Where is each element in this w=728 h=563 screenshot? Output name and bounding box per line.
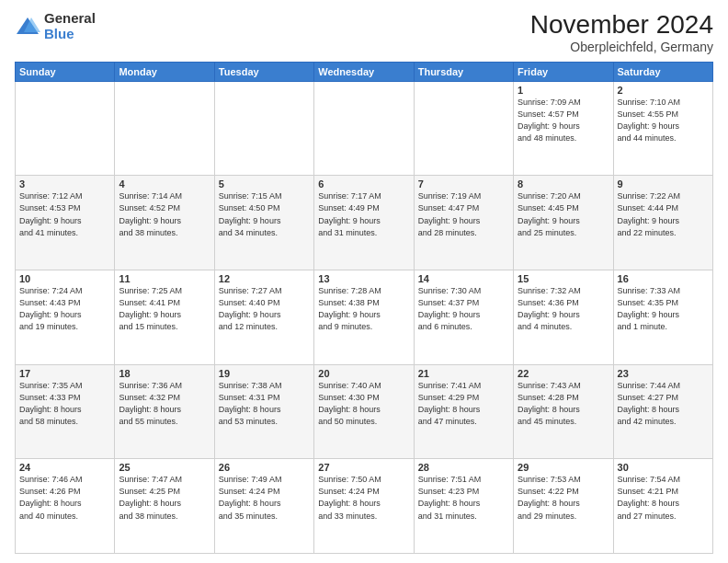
calendar-cell-w0d4	[414, 81, 513, 176]
day-number: 21	[418, 368, 509, 379]
calendar-cell-w2d6: 16Sunrise: 7:33 AM Sunset: 4:35 PM Dayli…	[613, 270, 712, 365]
day-info: Sunrise: 7:30 AM Sunset: 4:37 PM Dayligh…	[418, 285, 509, 333]
day-number: 25	[119, 462, 210, 473]
calendar-cell-w0d5: 1Sunrise: 7:09 AM Sunset: 4:57 PM Daylig…	[514, 81, 613, 176]
calendar-week-row-0: 1Sunrise: 7:09 AM Sunset: 4:57 PM Daylig…	[16, 81, 713, 176]
day-info: Sunrise: 7:22 AM Sunset: 4:44 PM Dayligh…	[618, 190, 709, 238]
calendar-cell-w4d3: 27Sunrise: 7:50 AM Sunset: 4:24 PM Dayli…	[314, 459, 414, 554]
calendar-cell-w0d6: 2Sunrise: 7:10 AM Sunset: 4:55 PM Daylig…	[613, 81, 712, 176]
day-number: 19	[219, 368, 310, 379]
calendar-cell-w4d5: 29Sunrise: 7:53 AM Sunset: 4:22 PM Dayli…	[514, 459, 613, 554]
calendar-cell-w2d2: 12Sunrise: 7:27 AM Sunset: 4:40 PM Dayli…	[214, 270, 313, 365]
day-info: Sunrise: 7:47 AM Sunset: 4:25 PM Dayligh…	[119, 474, 210, 522]
logo-general: General	[44, 11, 96, 27]
day-info: Sunrise: 7:53 AM Sunset: 4:22 PM Dayligh…	[518, 474, 609, 522]
calendar-cell-w3d3: 20Sunrise: 7:40 AM Sunset: 4:30 PM Dayli…	[314, 364, 414, 459]
day-number: 5	[219, 178, 310, 190]
calendar-week-row-3: 17Sunrise: 7:35 AM Sunset: 4:33 PM Dayli…	[16, 364, 713, 459]
day-info: Sunrise: 7:28 AM Sunset: 4:38 PM Dayligh…	[318, 285, 409, 333]
day-number: 17	[19, 368, 110, 379]
logo: General Blue	[15, 11, 96, 41]
day-number: 13	[318, 273, 409, 284]
calendar-week-row-4: 24Sunrise: 7:46 AM Sunset: 4:26 PM Dayli…	[16, 459, 713, 554]
day-number: 23	[618, 368, 709, 379]
calendar-cell-w4d1: 25Sunrise: 7:47 AM Sunset: 4:25 PM Dayli…	[115, 459, 214, 554]
col-friday: Friday	[514, 62, 613, 81]
day-info: Sunrise: 7:15 AM Sunset: 4:50 PM Dayligh…	[219, 190, 310, 238]
day-number: 20	[318, 368, 409, 379]
day-number: 12	[219, 273, 310, 284]
day-number: 26	[219, 462, 310, 473]
day-info: Sunrise: 7:25 AM Sunset: 4:41 PM Dayligh…	[119, 285, 210, 333]
day-number: 3	[19, 178, 110, 190]
day-number: 27	[318, 462, 409, 473]
day-info: Sunrise: 7:50 AM Sunset: 4:24 PM Dayligh…	[318, 474, 409, 522]
day-number: 29	[518, 462, 609, 473]
day-info: Sunrise: 7:51 AM Sunset: 4:23 PM Dayligh…	[418, 474, 509, 522]
calendar-cell-w2d1: 11Sunrise: 7:25 AM Sunset: 4:41 PM Dayli…	[115, 270, 214, 365]
day-number: 18	[119, 368, 210, 379]
day-info: Sunrise: 7:54 AM Sunset: 4:21 PM Dayligh…	[618, 474, 709, 522]
day-info: Sunrise: 7:17 AM Sunset: 4:49 PM Dayligh…	[318, 190, 409, 238]
day-number: 15	[518, 273, 609, 284]
day-number: 6	[318, 178, 409, 190]
calendar-week-row-2: 10Sunrise: 7:24 AM Sunset: 4:43 PM Dayli…	[16, 270, 713, 365]
calendar-cell-w0d2	[214, 81, 313, 176]
day-info: Sunrise: 7:46 AM Sunset: 4:26 PM Dayligh…	[19, 474, 110, 522]
col-tuesday: Tuesday	[214, 62, 313, 81]
calendar-cell-w0d1	[115, 81, 214, 176]
calendar-header-row: Sunday Monday Tuesday Wednesday Thursday…	[16, 62, 713, 81]
day-number: 9	[618, 178, 709, 190]
location-title: Oberpleichfeld, Germany	[530, 40, 713, 54]
day-info: Sunrise: 7:44 AM Sunset: 4:27 PM Dayligh…	[618, 380, 709, 428]
col-sunday: Sunday	[16, 62, 115, 81]
page: General Blue November 2024 Oberpleichfel…	[0, 0, 728, 563]
calendar-cell-w1d1: 4Sunrise: 7:14 AM Sunset: 4:52 PM Daylig…	[115, 176, 214, 270]
day-info: Sunrise: 7:35 AM Sunset: 4:33 PM Dayligh…	[19, 380, 110, 428]
month-year-title: November 2024	[530, 11, 713, 40]
day-info: Sunrise: 7:49 AM Sunset: 4:24 PM Dayligh…	[219, 474, 310, 522]
day-info: Sunrise: 7:40 AM Sunset: 4:30 PM Dayligh…	[318, 380, 409, 428]
calendar-cell-w3d0: 17Sunrise: 7:35 AM Sunset: 4:33 PM Dayli…	[16, 364, 115, 459]
day-number: 4	[119, 178, 210, 190]
calendar-cell-w1d2: 5Sunrise: 7:15 AM Sunset: 4:50 PM Daylig…	[214, 176, 313, 270]
calendar-cell-w4d4: 28Sunrise: 7:51 AM Sunset: 4:23 PM Dayli…	[414, 459, 513, 554]
day-info: Sunrise: 7:09 AM Sunset: 4:57 PM Dayligh…	[518, 97, 609, 144]
calendar-cell-w3d4: 21Sunrise: 7:41 AM Sunset: 4:29 PM Dayli…	[414, 364, 513, 459]
day-number: 7	[418, 178, 509, 190]
day-number: 14	[418, 273, 509, 284]
calendar-cell-w1d6: 9Sunrise: 7:22 AM Sunset: 4:44 PM Daylig…	[613, 176, 712, 270]
day-info: Sunrise: 7:36 AM Sunset: 4:32 PM Dayligh…	[119, 380, 210, 428]
title-block: November 2024 Oberpleichfeld, Germany	[530, 11, 713, 54]
logo-blue: Blue	[44, 27, 96, 42]
col-saturday: Saturday	[613, 62, 712, 81]
calendar-cell-w1d3: 6Sunrise: 7:17 AM Sunset: 4:49 PM Daylig…	[314, 176, 414, 270]
col-thursday: Thursday	[414, 62, 513, 81]
day-info: Sunrise: 7:27 AM Sunset: 4:40 PM Dayligh…	[219, 285, 310, 333]
day-number: 16	[618, 273, 709, 284]
day-number: 22	[518, 368, 609, 379]
header: General Blue November 2024 Oberpleichfel…	[15, 11, 713, 54]
day-info: Sunrise: 7:41 AM Sunset: 4:29 PM Dayligh…	[418, 380, 509, 428]
day-info: Sunrise: 7:38 AM Sunset: 4:31 PM Dayligh…	[219, 380, 310, 428]
calendar-cell-w1d0: 3Sunrise: 7:12 AM Sunset: 4:53 PM Daylig…	[16, 176, 115, 270]
calendar-cell-w3d1: 18Sunrise: 7:36 AM Sunset: 4:32 PM Dayli…	[115, 364, 214, 459]
day-info: Sunrise: 7:19 AM Sunset: 4:47 PM Dayligh…	[418, 190, 509, 238]
day-info: Sunrise: 7:33 AM Sunset: 4:35 PM Dayligh…	[618, 285, 709, 333]
col-monday: Monday	[115, 62, 214, 81]
day-info: Sunrise: 7:14 AM Sunset: 4:52 PM Dayligh…	[119, 190, 210, 238]
calendar-cell-w3d2: 19Sunrise: 7:38 AM Sunset: 4:31 PM Dayli…	[214, 364, 313, 459]
day-info: Sunrise: 7:43 AM Sunset: 4:28 PM Dayligh…	[518, 380, 609, 428]
calendar-cell-w4d2: 26Sunrise: 7:49 AM Sunset: 4:24 PM Dayli…	[214, 459, 313, 554]
day-number: 2	[618, 85, 709, 96]
calendar-cell-w3d6: 23Sunrise: 7:44 AM Sunset: 4:27 PM Dayli…	[613, 364, 712, 459]
calendar-cell-w0d3	[314, 81, 414, 176]
day-info: Sunrise: 7:10 AM Sunset: 4:55 PM Dayligh…	[618, 97, 709, 144]
logo-icon	[15, 14, 40, 40]
calendar-week-row-1: 3Sunrise: 7:12 AM Sunset: 4:53 PM Daylig…	[16, 176, 713, 270]
day-number: 1	[518, 85, 609, 96]
calendar-cell-w2d5: 15Sunrise: 7:32 AM Sunset: 4:36 PM Dayli…	[514, 270, 613, 365]
calendar-cell-w2d0: 10Sunrise: 7:24 AM Sunset: 4:43 PM Dayli…	[16, 270, 115, 365]
calendar-cell-w4d0: 24Sunrise: 7:46 AM Sunset: 4:26 PM Dayli…	[16, 459, 115, 554]
day-number: 28	[418, 462, 509, 473]
